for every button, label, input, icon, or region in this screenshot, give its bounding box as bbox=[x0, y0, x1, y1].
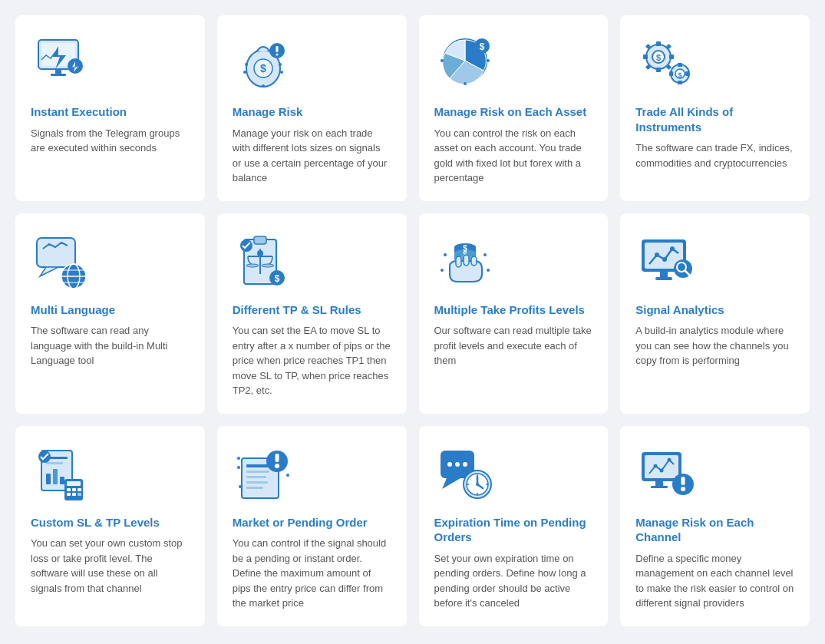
card-trade-all-kinds: $ $ Trade All Kinds of Instruments The s… bbox=[620, 15, 810, 201]
card-desc: A build-in analytics module where you ca… bbox=[635, 323, 794, 368]
card-title: Expiration Time on Pending Orders bbox=[434, 515, 593, 545]
svg-rect-97 bbox=[72, 493, 76, 496]
svg-rect-68 bbox=[464, 255, 469, 266]
svg-point-76 bbox=[655, 253, 659, 257]
card-desc: Signals from the Telegram groups are exe… bbox=[31, 126, 190, 156]
svg-rect-103 bbox=[246, 481, 268, 484]
card-title: Different TP & SL Rules bbox=[233, 302, 361, 318]
svg-point-121 bbox=[476, 483, 479, 486]
svg-point-115 bbox=[455, 462, 460, 467]
svg-text:$: $ bbox=[260, 62, 266, 74]
svg-rect-134 bbox=[681, 477, 685, 485]
svg-point-55 bbox=[246, 264, 259, 267]
svg-point-78 bbox=[670, 246, 675, 251]
card-title: Trade All Kinds of Instruments bbox=[635, 104, 794, 134]
svg-rect-98 bbox=[78, 493, 81, 496]
card-desc: You can set your own custom stop loss or… bbox=[31, 536, 190, 596]
card-instant-execution: Instant Execution Signals from the Teleg… bbox=[15, 15, 205, 201]
card-title: Instant Execution bbox=[31, 104, 127, 120]
feature-grid: Instant Execution Signals from the Teleg… bbox=[15, 15, 810, 626]
svg-point-111 bbox=[239, 485, 242, 488]
svg-rect-101 bbox=[246, 471, 269, 473]
card-title: Multi Language bbox=[31, 302, 115, 318]
svg-rect-94 bbox=[72, 488, 76, 491]
instruments-icon: $ $ bbox=[635, 34, 697, 95]
svg-point-107 bbox=[275, 464, 279, 468]
card-desc: You can control the risk on each asset o… bbox=[434, 126, 593, 186]
svg-rect-37 bbox=[678, 81, 682, 84]
svg-point-54 bbox=[257, 250, 263, 256]
svg-rect-88 bbox=[53, 469, 58, 484]
tp-sl-icon: $ bbox=[233, 232, 294, 293]
svg-rect-106 bbox=[275, 454, 279, 462]
svg-rect-87 bbox=[46, 474, 51, 484]
svg-point-16 bbox=[280, 71, 283, 74]
svg-point-116 bbox=[463, 462, 467, 467]
svg-point-72 bbox=[441, 269, 444, 272]
svg-rect-96 bbox=[67, 493, 71, 496]
card-desc: The software can trade FX, indices, comm… bbox=[635, 140, 794, 170]
card-desc: Manage your risk on each trade with diff… bbox=[233, 126, 391, 186]
svg-point-13 bbox=[245, 63, 248, 66]
svg-rect-93 bbox=[67, 488, 71, 491]
card-multiple-take-profits: $ $ Multiple Take Profits Levels Our sof… bbox=[419, 213, 609, 414]
svg-rect-69 bbox=[471, 256, 477, 266]
svg-rect-4 bbox=[51, 74, 66, 76]
card-title: Multiple Take Profits Levels bbox=[434, 302, 585, 318]
channel-risk-icon bbox=[635, 444, 697, 506]
svg-rect-51 bbox=[254, 236, 266, 244]
svg-point-22 bbox=[464, 82, 467, 85]
card-title: Manage Risk on Each Channel bbox=[635, 515, 794, 545]
card-manage-risk-channel: Manage Risk on Each Channel Define a spe… bbox=[620, 426, 810, 626]
svg-rect-131 bbox=[655, 481, 663, 486]
svg-point-71 bbox=[483, 253, 487, 256]
svg-rect-95 bbox=[78, 488, 81, 491]
svg-marker-113 bbox=[442, 478, 460, 489]
card-expiration-time: Expiration Time on Pending Orders Set yo… bbox=[419, 426, 609, 626]
svg-rect-26 bbox=[656, 41, 661, 46]
analytics-icon bbox=[635, 232, 697, 293]
svg-rect-42 bbox=[37, 238, 75, 267]
svg-rect-104 bbox=[246, 487, 263, 489]
svg-point-129 bbox=[660, 468, 664, 472]
svg-text:$: $ bbox=[678, 71, 682, 79]
svg-rect-38 bbox=[669, 71, 673, 76]
card-different-tp-sl: $ Different TP & SL Rules You can set th… bbox=[217, 213, 407, 414]
svg-text:$: $ bbox=[479, 41, 484, 52]
card-title: Signal Analytics bbox=[635, 302, 724, 318]
svg-point-15 bbox=[279, 63, 282, 66]
svg-rect-127 bbox=[645, 455, 678, 478]
svg-rect-80 bbox=[655, 277, 672, 280]
svg-rect-89 bbox=[60, 477, 64, 484]
pending-order-icon bbox=[233, 444, 294, 506]
svg-rect-86 bbox=[46, 462, 63, 464]
svg-marker-43 bbox=[40, 267, 58, 276]
card-title: Market or Pending Order bbox=[233, 515, 368, 530]
language-icon bbox=[31, 232, 92, 293]
manage-risk-icon: $ bbox=[233, 34, 294, 95]
svg-rect-3 bbox=[55, 69, 61, 74]
svg-point-135 bbox=[681, 487, 685, 491]
svg-point-77 bbox=[662, 257, 667, 262]
svg-point-128 bbox=[654, 464, 658, 467]
svg-point-70 bbox=[444, 253, 447, 256]
svg-rect-28 bbox=[643, 54, 648, 59]
svg-rect-92 bbox=[67, 481, 81, 486]
svg-point-110 bbox=[286, 474, 289, 477]
svg-point-21 bbox=[441, 59, 444, 62]
card-multi-language: Multi Language The software can read any… bbox=[15, 213, 205, 414]
card-manage-risk: $ Manage Risk Manage your risk on each t… bbox=[217, 15, 407, 201]
svg-point-109 bbox=[237, 466, 240, 469]
svg-rect-11 bbox=[276, 46, 278, 52]
svg-point-108 bbox=[237, 457, 240, 460]
custom-sl-icon bbox=[31, 444, 92, 506]
card-desc: Set your own expiration time on pending … bbox=[434, 551, 593, 611]
svg-point-23 bbox=[487, 59, 490, 62]
take-profits-icon: $ $ bbox=[434, 232, 496, 293]
svg-rect-29 bbox=[669, 54, 674, 59]
svg-text:$: $ bbox=[274, 273, 279, 284]
svg-rect-36 bbox=[678, 63, 682, 67]
svg-rect-27 bbox=[656, 68, 661, 72]
expiration-icon bbox=[434, 444, 496, 506]
card-signal-analytics: Signal Analytics A build-in analytics mo… bbox=[620, 213, 810, 414]
